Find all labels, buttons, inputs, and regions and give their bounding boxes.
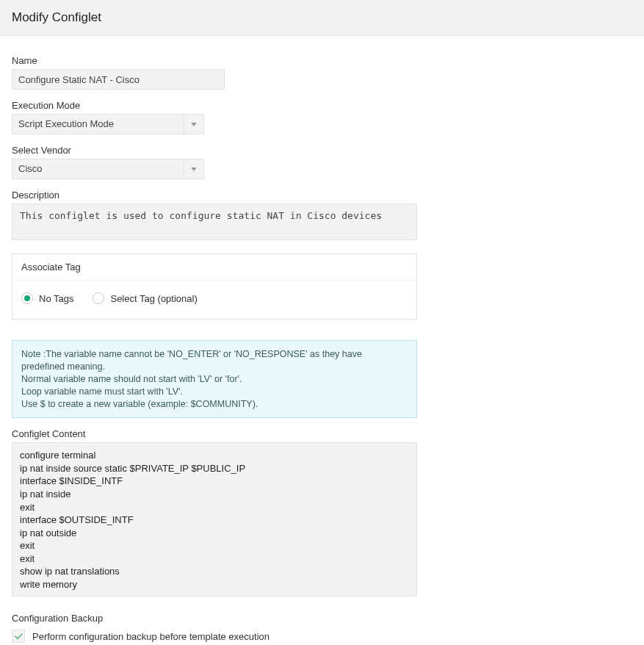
note-box: Note :The variable name cannot be 'NO_EN… bbox=[12, 340, 417, 418]
note-line-3: Loop variable name must start with 'LV'. bbox=[21, 386, 408, 398]
no-tags-radio[interactable] bbox=[21, 292, 33, 304]
vendor-caret[interactable] bbox=[184, 159, 204, 179]
page-title: Modify Configlet bbox=[12, 10, 632, 25]
associate-tag-panel: Associate Tag No Tags Select Tag (option… bbox=[12, 253, 417, 320]
execution-mode-caret[interactable] bbox=[184, 114, 204, 134]
name-input[interactable] bbox=[12, 69, 225, 90]
backup-before-label: Perform configuration backup before temp… bbox=[32, 631, 269, 642]
configuration-backup-label: Configuration Backup bbox=[12, 613, 632, 624]
execution-mode-select[interactable]: Script Execution Mode bbox=[12, 114, 204, 134]
chevron-down-icon bbox=[191, 167, 197, 171]
page-header: Modify Configlet bbox=[0, 0, 644, 36]
description-label: Description bbox=[12, 190, 632, 201]
vendor-select[interactable]: Cisco bbox=[12, 159, 204, 179]
note-line-2: Normal variable name should not start wi… bbox=[21, 373, 408, 386]
backup-before-row: Perform configuration backup before temp… bbox=[12, 630, 632, 643]
check-icon bbox=[15, 633, 23, 640]
associate-tag-header: Associate Tag bbox=[12, 254, 416, 281]
execution-mode-value: Script Execution Mode bbox=[12, 114, 184, 134]
form-content: Name Execution Mode Script Execution Mod… bbox=[0, 36, 644, 645]
note-line-1: Note :The variable name cannot be 'NO_EN… bbox=[21, 348, 408, 373]
associate-tag-body: No Tags Select Tag (optional) bbox=[12, 281, 416, 319]
name-label: Name bbox=[12, 55, 632, 66]
select-tag-label: Select Tag (optional) bbox=[110, 293, 197, 304]
configlet-content-textarea[interactable] bbox=[12, 442, 417, 597]
configlet-content-label: Configlet Content bbox=[12, 428, 632, 439]
note-line-4: Use $ to create a new variable (example:… bbox=[21, 398, 408, 411]
no-tags-label: No Tags bbox=[39, 293, 73, 304]
vendor-label: Select Vendor bbox=[12, 145, 632, 156]
vendor-value: Cisco bbox=[12, 159, 184, 179]
description-textarea[interactable] bbox=[12, 203, 417, 240]
backup-before-checkbox[interactable] bbox=[12, 630, 25, 643]
execution-mode-label: Execution Mode bbox=[12, 100, 632, 111]
chevron-down-icon bbox=[191, 123, 197, 126]
select-tag-radio[interactable] bbox=[93, 292, 104, 304]
